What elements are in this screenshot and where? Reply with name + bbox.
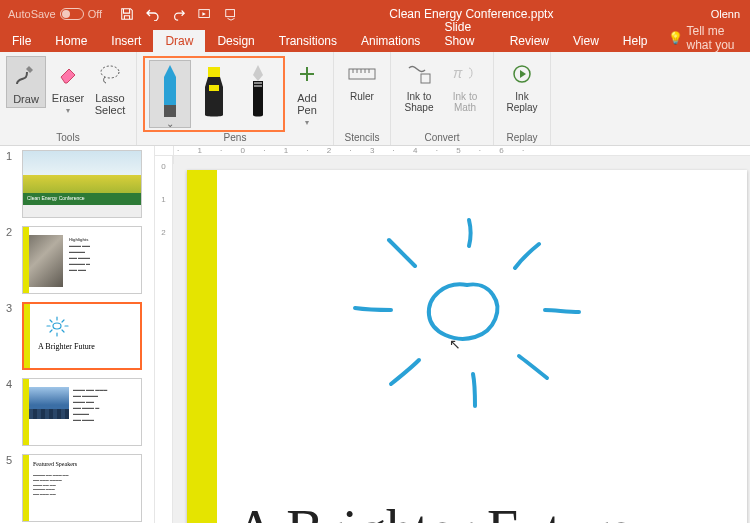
group-replay: Ink Replay Replay (494, 52, 551, 145)
ruler-button[interactable]: Ruler (340, 56, 384, 104)
toggle-icon (60, 8, 84, 20)
ink-replay-button[interactable]: Ink Replay (500, 56, 544, 115)
plus-icon (291, 58, 323, 90)
add-pen-label: Add Pen (289, 92, 325, 116)
tab-slide-show[interactable]: Slide Show (432, 16, 497, 52)
thumb-row-2: 2 Highlights▬▬▬ ▬▬▬▬▬▬▬▬ ▬▬▬▬▬▬▬ ▬▬▬ ▬▬ (6, 226, 148, 294)
thumb-number: 5 (6, 454, 16, 466)
ruler-label: Ruler (350, 91, 374, 102)
pen-blue[interactable] (149, 60, 191, 128)
qat-more-icon[interactable] (220, 3, 242, 25)
group-convert: Ink to Shape π Ink to Math Convert (391, 52, 494, 145)
svg-rect-7 (421, 74, 430, 83)
tell-me-label: Tell me what you (687, 24, 743, 52)
tell-me-search[interactable]: 💡 Tell me what you (660, 24, 751, 52)
tab-home[interactable]: Home (43, 30, 99, 52)
ribbon-tabs: File Home Insert Draw Design Transitions… (0, 28, 750, 52)
lightbulb-icon: 💡 (668, 31, 683, 45)
svg-rect-3 (164, 105, 176, 117)
convert-group-label: Convert (424, 132, 459, 144)
replay-group-label: Replay (506, 132, 537, 144)
thumb-row-4: 4 ▬▬▬ ▬▬ ▬▬▬▬▬ ▬▬▬▬▬▬▬ ▬▬▬▬ ▬▬▬ ▬▬▬▬▬▬▬ … (6, 378, 148, 446)
autosave-label: AutoSave (8, 8, 56, 20)
ink-to-shape-icon (403, 58, 435, 90)
tab-help[interactable]: Help (611, 30, 660, 52)
pen-black[interactable] (237, 60, 279, 128)
ink-to-shape-button[interactable]: Ink to Shape (397, 56, 441, 115)
slide-canvas-area: · 1 · 0 · 1 · 2 · 3 · 4 · 5 · 6 · 0 1 2 (155, 146, 750, 523)
thumb-row-3: 3 A Brighter Future (6, 302, 148, 370)
thumbnail-3[interactable]: A Brighter Future (22, 302, 142, 370)
pen-yellow-highlighter[interactable] (193, 60, 235, 128)
ruler-icon (346, 58, 378, 90)
tab-file[interactable]: File (0, 30, 43, 52)
horizontal-ruler[interactable]: · 1 · 0 · 1 · 2 · 3 · 4 · 5 · 6 · (155, 146, 750, 156)
tab-insert[interactable]: Insert (99, 30, 153, 52)
group-pens: Add Pen ▾ Pens (137, 52, 334, 145)
thumb-number: 3 (6, 302, 16, 314)
redo-icon[interactable] (168, 3, 190, 25)
pens-group-label: Pens (224, 132, 247, 144)
svg-rect-1 (226, 10, 235, 17)
eraser-label: Eraser (52, 92, 84, 104)
thumbnail-4[interactable]: ▬▬▬ ▬▬ ▬▬▬▬▬ ▬▬▬▬▬▬▬ ▬▬▬▬ ▬▬▬ ▬▬▬▬▬▬▬ ▬▬… (22, 378, 142, 446)
title-bar: AutoSave Off Clean Energy Conference.ppt… (0, 0, 750, 28)
lasso-label: Lasso Select (92, 92, 128, 116)
tab-review[interactable]: Review (498, 30, 561, 52)
thumb3-title: A Brighter Future (38, 342, 95, 351)
draw-label: Draw (13, 93, 39, 105)
tab-transitions[interactable]: Transitions (267, 30, 349, 52)
pens-gallery (143, 56, 285, 132)
eraser-button[interactable]: Eraser ▾ (48, 56, 88, 117)
save-icon[interactable] (116, 3, 138, 25)
lasso-select-button[interactable]: Lasso Select (90, 56, 130, 118)
cursor-icon: ↖ (449, 336, 461, 352)
svg-rect-4 (208, 67, 220, 77)
slide-headline[interactable]: A Brighter Future (235, 498, 633, 523)
autosave-toggle[interactable]: AutoSave Off (0, 8, 110, 20)
undo-icon[interactable] (142, 3, 164, 25)
add-pen-button[interactable]: Add Pen ▾ (287, 56, 327, 129)
quick-access-toolbar (110, 3, 242, 25)
svg-point-2 (101, 66, 119, 78)
thumbnail-5[interactable]: Featured Speakers ▬▬▬▬ ▬▬ ▬▬▬ ▬▬▬▬ ▬▬▬ ▬… (22, 454, 142, 522)
start-from-beginning-icon[interactable] (194, 3, 216, 25)
slide-3[interactable]: ↖ A Brighter Future (187, 170, 747, 523)
tab-view[interactable]: View (561, 30, 611, 52)
ink-sun-drawing (187, 170, 747, 430)
tab-draw[interactable]: Draw (153, 30, 205, 52)
draw-icon (10, 59, 42, 91)
tools-group-label: Tools (56, 132, 79, 144)
ink-to-shape-label: Ink to Shape (399, 91, 439, 113)
slide-stage[interactable]: ↖ A Brighter Future (173, 156, 750, 523)
account-name[interactable]: Olenn (701, 8, 750, 20)
draw-button[interactable]: Draw (6, 56, 46, 108)
thumb5-title: Featured Speakers (33, 461, 77, 467)
group-stencils: Ruler Stencils (334, 52, 391, 145)
ribbon: Draw Eraser ▾ Lasso Select Tools (0, 52, 750, 146)
stencils-group-label: Stencils (344, 132, 379, 144)
tab-animations[interactable]: Animations (349, 30, 432, 52)
autosave-state: Off (88, 8, 102, 20)
ink-to-math-button: π Ink to Math (443, 56, 487, 115)
vertical-ruler[interactable]: 0 1 2 (155, 156, 173, 523)
lasso-icon (94, 58, 126, 90)
svg-text:π: π (453, 65, 463, 81)
group-tools: Draw Eraser ▾ Lasso Select Tools (0, 52, 137, 145)
svg-rect-5 (209, 85, 219, 91)
thumb-number: 4 (6, 378, 16, 390)
thumb-row-1: 1 Clean Energy Conference (6, 150, 148, 218)
thumb-number: 2 (6, 226, 16, 238)
thumb-number: 1 (6, 150, 16, 162)
thumbnail-2[interactable]: Highlights▬▬▬ ▬▬▬▬▬▬▬▬ ▬▬▬▬▬▬▬ ▬▬▬ ▬▬ (22, 226, 142, 294)
workspace: 1 Clean Energy Conference 2 Highlights▬▬… (0, 146, 750, 523)
eraser-icon (52, 58, 84, 90)
tab-design[interactable]: Design (205, 30, 266, 52)
ink-to-math-icon: π (449, 58, 481, 90)
slide-thumbnails-pane[interactable]: 1 Clean Energy Conference 2 Highlights▬▬… (0, 146, 155, 523)
svg-point-10 (53, 323, 61, 329)
thumbnail-1[interactable]: Clean Energy Conference (22, 150, 142, 218)
replay-icon (506, 58, 538, 90)
thumb-row-5: 5 Featured Speakers ▬▬▬▬ ▬▬ ▬▬▬ ▬▬▬▬ ▬▬▬… (6, 454, 148, 522)
ink-replay-label: Ink Replay (502, 91, 542, 113)
